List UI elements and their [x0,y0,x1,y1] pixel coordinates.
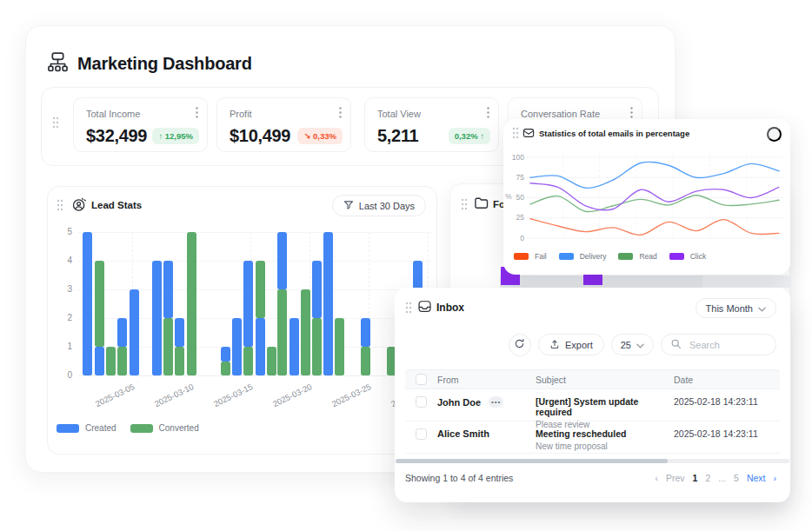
bar-segment-created[interactable] [163,261,173,318]
search-input[interactable] [688,339,766,351]
bar-segment-created[interactable] [232,318,242,375]
row-more-button[interactable]: ••• [489,396,503,408]
bar-segment-created[interactable] [130,289,139,375]
ellipsis[interactable]: ... [718,473,726,483]
refresh-button[interactable] [509,334,531,356]
x-axis-label: 2025-03-05 [94,382,136,408]
line-series-delivery [530,162,779,188]
bar-segment-converted[interactable] [335,318,344,375]
horizontal-scrollbar-thumb[interactable] [396,459,668,463]
page-5[interactable]: 5 [734,473,739,483]
bar-segment-converted[interactable] [175,347,184,375]
bar-segment-created[interactable] [95,347,104,375]
legend-label: Created [85,423,116,433]
table-header-row: FromSubjectDate [405,369,780,389]
email-stats-card: Statistics of total emails in percentage… [503,119,790,275]
bar-segment-created[interactable] [361,318,370,347]
bar-segment-created[interactable] [277,232,287,289]
gridline [78,261,431,262]
stat-card-top: Total View [365,98,498,122]
email-chart-unit-label: % [505,192,512,201]
prev-button[interactable]: Prev [666,473,685,483]
y-axis-label: 3 [58,284,72,294]
kebab-menu-icon[interactable] [487,106,489,122]
bar-segment-created[interactable] [152,261,162,375]
bar-segment-converted[interactable] [163,318,173,375]
bar-segment-created[interactable] [290,318,299,375]
page-1[interactable]: 1 [693,473,698,483]
stat-value: $10,499 [230,126,290,146]
export-label: Export [565,340,593,350]
bar-segment-created[interactable] [256,318,265,375]
bar-segment-created[interactable] [117,318,127,347]
page-2[interactable]: 2 [705,473,710,483]
stat-label: Profit [230,109,252,119]
table-row[interactable]: John Doe•••[Urgent] System update requir… [405,389,780,421]
stat-card-profit: Profit$10,499↘ 0,33% [216,97,351,152]
period-label: This Month [706,303,753,314]
bar-segment-converted[interactable] [256,261,265,318]
drag-handle-icon[interactable] [512,127,519,143]
inbox-toolbar: Export 25 [395,334,776,355]
next-arrow-icon[interactable]: › [774,473,777,483]
bar-segment-created[interactable] [175,318,184,347]
stat-label: Total Income [86,109,140,119]
select-all-checkbox[interactable] [416,374,427,385]
row-checkbox[interactable] [416,428,427,440]
horizontal-scrollbar-track[interactable] [396,459,789,463]
legend-swatch [618,253,633,260]
legend-item-read: Read [618,252,656,261]
page-size-select[interactable]: 25 [611,334,654,355]
chevron-down-icon [758,303,766,314]
prev-arrow-icon[interactable]: ‹ [656,473,659,483]
bar-segment-converted[interactable] [95,261,104,347]
bar-segment-created[interactable] [243,261,253,347]
legend-swatch [669,253,684,260]
row-checkbox-cell [405,396,437,408]
filter-last-30-days-button[interactable]: Last 30 Days [332,195,426,216]
bar-segment-created[interactable] [323,232,333,375]
drag-handle-icon[interactable] [461,198,468,214]
bar-segment-converted[interactable] [187,232,196,375]
kebab-menu-icon[interactable] [196,106,198,122]
subject-text: [Urgent] System update required [536,396,674,417]
dashboard-header: Marketing Dashboard [46,43,252,86]
drag-handle-icon[interactable] [57,199,63,215]
bar-segment-converted[interactable] [301,289,310,375]
email-line-chart [526,150,783,246]
bar-segment-created[interactable] [312,261,322,318]
legend-label: Fail [535,252,547,261]
kebab-menu-icon[interactable] [339,106,342,122]
bar-segment-converted[interactable] [312,318,322,375]
stat-label: Conversation Rate [521,109,600,119]
legend-swatch [130,424,153,433]
bar-segment-converted[interactable] [117,347,127,375]
next-button[interactable]: Next [747,473,766,483]
row-checkbox[interactable] [416,396,427,408]
bar-segment-converted[interactable] [267,347,276,375]
bar-segment-converted[interactable] [243,347,253,375]
envelope-icon [522,127,535,143]
bar-segment-converted[interactable] [277,289,287,375]
bar-segment-created[interactable] [221,347,230,362]
drag-handle-icon[interactable] [52,116,59,132]
sitemap-icon [46,50,70,77]
inbox-icon [417,299,432,317]
inbox-table: FromSubjectDate John Doe•••[Urgent] Syst… [405,369,780,454]
legend-label: Click [690,252,706,261]
bar-segment-created[interactable] [83,232,92,375]
stat-card-bottom: 5,2110,32% ↑ [365,122,498,146]
bar-segment-converted[interactable] [106,347,116,375]
stat-card-total-income: Total Income$32,499↑ 12,95% [73,97,208,152]
bar-segment-converted[interactable] [221,362,230,376]
drag-handle-icon[interactable] [405,302,412,317]
period-select[interactable]: This Month [696,298,776,318]
bar-segment-converted[interactable] [361,347,370,375]
stat-card-bottom: $10,499↘ 0,33% [217,122,350,146]
export-button[interactable]: Export [538,334,604,355]
more-options-button[interactable] [767,127,782,142]
email-stats-title: Statistics of total emails in percentage [539,129,689,138]
pagination: ‹Prev12...5Next› [656,473,776,483]
legend-item-fail: Fail [514,252,547,261]
stat-label: Total View [377,109,421,119]
